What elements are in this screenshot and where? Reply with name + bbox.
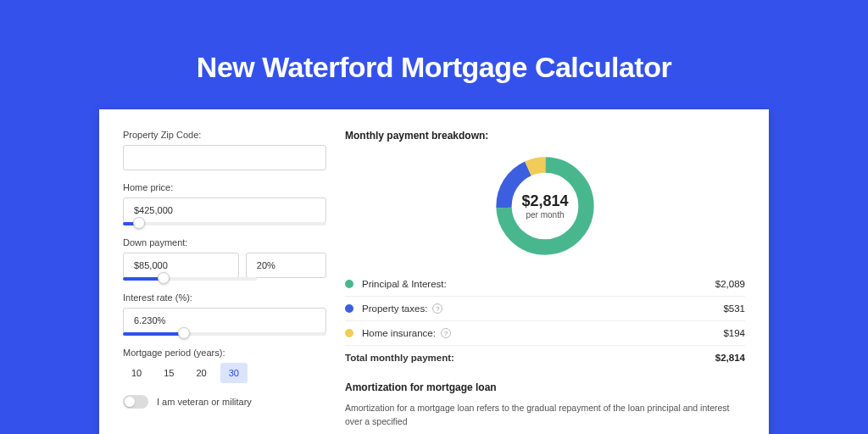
zip-label: Property Zip Code: (123, 130, 326, 140)
rate-slider[interactable] (123, 332, 326, 336)
info-icon[interactable]: ? (441, 328, 451, 338)
legend-label-total: Total monthly payment: (345, 353, 715, 363)
price-slider-thumb[interactable] (133, 217, 145, 229)
toggle-knob (125, 397, 135, 407)
amortization-text: Amortization for a mortgage loan refers … (345, 402, 745, 429)
legend-text-insurance: Home insurance: (362, 328, 436, 338)
zip-input[interactable] (123, 145, 326, 170)
period-group: Mortgage period (years): 10 15 20 30 (123, 348, 326, 383)
down-amount-input[interactable] (123, 253, 239, 278)
period-label: Mortgage period (years): (123, 348, 326, 358)
legend-label-insurance: Home insurance: ? (362, 328, 723, 338)
rate-slider-fill (123, 332, 184, 336)
period-option-10[interactable]: 10 (123, 363, 150, 383)
legend-text-principal: Principal & Interest: (362, 279, 447, 289)
rate-group: Interest rate (%): (123, 292, 326, 336)
donut-sub: per month (526, 210, 564, 220)
period-option-20[interactable]: 20 (188, 363, 215, 383)
legend-value-insurance: $194 (723, 328, 745, 338)
info-icon[interactable]: ? (432, 303, 442, 314)
legend-value-total: $2,814 (715, 353, 745, 363)
down-label: Down payment: (123, 237, 326, 248)
calculator-panel: Property Zip Code: Home price: Down paym… (99, 109, 769, 434)
down-slider[interactable] (123, 277, 257, 281)
period-option-15[interactable]: 15 (155, 363, 182, 383)
legend-principal: Principal & Interest: $2,089 (345, 272, 745, 296)
page-title: New Waterford Mortgage Calculator (0, 0, 868, 109)
price-label: Home price: (123, 182, 326, 192)
swatch-taxes (345, 304, 353, 313)
swatch-insurance (345, 329, 353, 337)
down-percent-input[interactable] (246, 253, 326, 278)
donut-chart: $2,814 per month (345, 152, 745, 260)
legend-value-principal: $2,089 (715, 279, 745, 289)
rate-label: Interest rate (%): (123, 292, 326, 303)
zip-group: Property Zip Code: (123, 130, 326, 170)
price-input[interactable] (123, 198, 326, 223)
breakdown-title: Monthly payment breakdown: (345, 130, 745, 142)
period-option-30[interactable]: 30 (220, 363, 248, 383)
donut-center: $2,814 per month (491, 152, 599, 260)
veteran-toggle[interactable] (123, 395, 148, 409)
period-pills: 10 15 20 30 (123, 363, 326, 383)
down-group: Down payment: (123, 237, 326, 281)
breakdown-column: Monthly payment breakdown: $2,814 per mo… (345, 130, 745, 429)
donut: $2,814 per month (491, 152, 599, 260)
amortization-title: Amortization for mortgage loan (345, 381, 745, 393)
rate-slider-thumb[interactable] (178, 327, 190, 339)
legend-taxes: Property taxes: ? $531 (345, 297, 745, 320)
swatch-principal (345, 280, 353, 288)
amortization-section: Amortization for mortgage loan Amortizat… (345, 381, 745, 429)
legend-value-taxes: $531 (723, 303, 745, 314)
legend-label-taxes: Property taxes: ? (362, 303, 723, 314)
legend-text-taxes: Property taxes: (362, 303, 427, 314)
veteran-row: I am veteran or military (123, 395, 326, 409)
price-slider[interactable] (123, 222, 326, 225)
legend-total: Total monthly payment: $2,814 (345, 346, 745, 370)
price-group: Home price: (123, 182, 326, 225)
donut-value: $2,814 (521, 192, 568, 210)
veteran-label: I am veteran or military (157, 397, 252, 407)
form-column: Property Zip Code: Home price: Down paym… (123, 130, 326, 429)
rate-input[interactable] (123, 308, 326, 333)
legend-insurance: Home insurance: ? $194 (345, 321, 745, 345)
legend-label-principal: Principal & Interest: (362, 279, 715, 289)
down-slider-thumb[interactable] (158, 272, 170, 284)
